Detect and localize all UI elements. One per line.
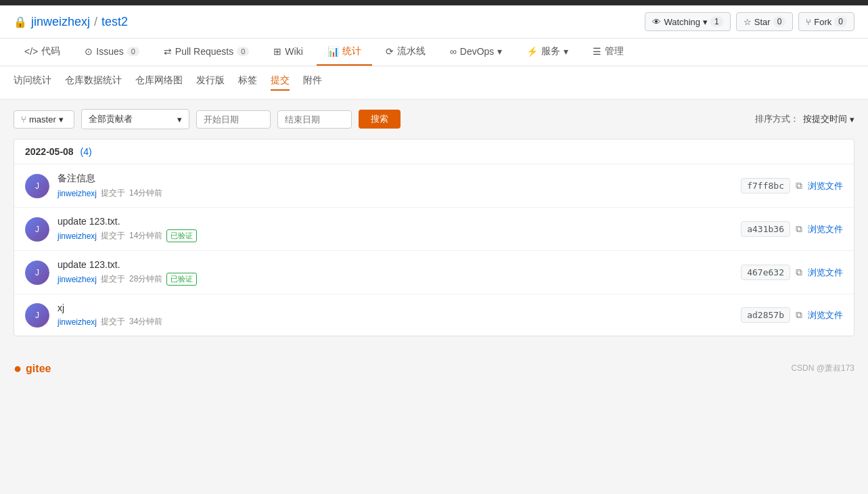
tab-pipeline-label: 流水线 xyxy=(397,45,426,58)
commit-meta: jinweizhexj 提交于 28分钟前 已验证 xyxy=(58,273,733,286)
commit-actions: ad2857b ⧉ 浏览文件 xyxy=(741,307,843,323)
watching-label: Watching xyxy=(664,17,700,27)
eye-icon: 👁 xyxy=(652,17,661,27)
tab-service-label: 服务 xyxy=(541,45,560,58)
tab-issues[interactable]: ⊙ Issues 0 xyxy=(74,39,150,66)
subnav-visit[interactable]: 访问统计 xyxy=(14,74,51,91)
commit-message: xj xyxy=(58,302,733,313)
start-date-input[interactable] xyxy=(196,110,271,129)
star-button[interactable]: ☆ Star 0 xyxy=(736,12,794,31)
footer-credit: CSDN @萧叔173 xyxy=(791,363,854,374)
tab-manage[interactable]: ☰ 管理 xyxy=(582,39,635,66)
pulls-icon: ⇄ xyxy=(164,46,172,57)
pulls-badge: 0 xyxy=(237,47,249,56)
subnav-repo-stats[interactable]: 仓库数据统计 xyxy=(65,74,122,91)
tab-pipeline[interactable]: ⟳ 流水线 xyxy=(375,39,436,66)
issues-badge: 0 xyxy=(127,47,139,56)
verified-badge: 已验证 xyxy=(166,273,197,286)
tab-manage-label: 管理 xyxy=(605,45,624,58)
commit-verb: 提交于 xyxy=(101,273,125,285)
tab-pulls[interactable]: ⇄ Pull Requests 0 xyxy=(153,39,260,66)
branch-icon: ⑂ xyxy=(21,114,26,125)
end-date-input[interactable] xyxy=(277,110,352,129)
copy-icon[interactable]: ⧉ xyxy=(796,309,802,321)
commit-hash: f7ff8bc xyxy=(741,178,790,194)
service-chevron-icon: ▾ xyxy=(564,46,568,57)
contributor-placeholder: 全部贡献者 xyxy=(89,113,133,125)
subnav-network[interactable]: 仓库网络图 xyxy=(135,74,183,91)
commit-meta: jinweizhexj 提交于 14分钟前 xyxy=(58,187,733,199)
commit-author-link[interactable]: jinweizhexj xyxy=(58,231,97,241)
service-icon: ⚡ xyxy=(526,46,538,57)
copy-icon[interactable]: ⧉ xyxy=(796,223,802,235)
tab-service[interactable]: ⚡ 服务 ▾ xyxy=(516,39,579,66)
browse-file-button[interactable]: 浏览文件 xyxy=(808,309,843,321)
subnav-attachments[interactable]: 附件 xyxy=(303,74,322,91)
issues-icon: ⊙ xyxy=(85,46,93,57)
copy-icon[interactable]: ⧉ xyxy=(796,267,802,278)
commit-item: J xj jinweizhexj 提交于 34分钟前 ad2857b ⧉ 浏览文… xyxy=(14,294,854,336)
commit-actions: a431b36 ⧉ 浏览文件 xyxy=(741,221,843,237)
commit-info: update 123.txt. jinweizhexj 提交于 28分钟前 已验… xyxy=(58,259,733,286)
contributor-select[interactable]: 全部贡献者 ▾ xyxy=(81,109,189,129)
contributor-chevron-icon: ▾ xyxy=(177,114,182,125)
commit-time: 14分钟前 xyxy=(129,187,162,199)
stats-icon: 📊 xyxy=(327,46,339,57)
fork-button[interactable]: ⑂ Fork 0 xyxy=(798,12,854,31)
repo-title: 🔒 jinweizhexj / test2 xyxy=(14,15,128,29)
tab-devops[interactable]: ∞ DevOps ▾ xyxy=(439,39,513,66)
sort-dropdown[interactable]: 按提交时间 ▾ xyxy=(803,113,854,125)
watching-button[interactable]: 👁 Watching ▾ 1 xyxy=(645,12,730,31)
star-count: 0 xyxy=(773,16,786,27)
sort-label: 排序方式： 按提交时间 ▾ xyxy=(755,113,854,125)
commit-item: J 备注信息 jinweizhexj 提交于 14分钟前 f7ff8bc ⧉ 浏… xyxy=(14,164,854,208)
commit-info: 备注信息 jinweizhexj 提交于 14分钟前 xyxy=(58,173,733,199)
browse-file-button[interactable]: 浏览文件 xyxy=(808,267,843,279)
commit-hash: 467e632 xyxy=(741,265,790,280)
commit-item: J update 123.txt. jinweizhexj 提交于 14分钟前 … xyxy=(14,208,854,251)
commit-author-link[interactable]: jinweizhexj xyxy=(58,189,97,198)
tab-code-label: 代码 xyxy=(41,45,60,58)
branch-select[interactable]: ⑂ master ▾ xyxy=(14,110,74,129)
manage-icon: ☰ xyxy=(593,46,601,57)
wiki-icon: ⊞ xyxy=(273,46,281,57)
subnav-releases[interactable]: 发行版 xyxy=(196,74,225,91)
commit-count: (4) xyxy=(81,146,92,157)
tab-wiki[interactable]: ⊞ Wiki xyxy=(262,39,313,66)
subnav-tags[interactable]: 标签 xyxy=(238,74,257,91)
tab-issues-label: Issues xyxy=(96,46,123,57)
fork-icon: ⑂ xyxy=(806,17,811,27)
footer: ● gitee CSDN @萧叔173 xyxy=(0,350,868,387)
commit-author-link[interactable]: jinweizhexj xyxy=(58,275,97,284)
code-icon: </> xyxy=(24,46,38,57)
browse-file-button[interactable]: 浏览文件 xyxy=(808,223,843,235)
avatar-image: J xyxy=(25,261,49,285)
nav-tabs: </> 代码 ⊙ Issues 0 ⇄ Pull Requests 0 ⊞ Wi… xyxy=(0,39,868,66)
devops-chevron-icon: ▾ xyxy=(497,46,502,57)
branch-chevron-icon: ▾ xyxy=(59,114,64,125)
commit-message: 备注信息 xyxy=(58,173,733,185)
search-button[interactable]: 搜索 xyxy=(359,110,401,129)
fork-count: 0 xyxy=(834,16,847,27)
tab-code[interactable]: </> 代码 xyxy=(14,39,71,66)
pipeline-icon: ⟳ xyxy=(386,46,394,57)
commit-time: 14分钟前 xyxy=(129,230,162,242)
subnav-commits[interactable]: 提交 xyxy=(271,74,290,91)
avatar: J xyxy=(25,217,49,242)
tab-stats-label: 统计 xyxy=(342,45,361,58)
commit-meta: jinweizhexj 提交于 14分钟前 已验证 xyxy=(58,229,733,242)
tab-stats[interactable]: 📊 统计 xyxy=(317,39,372,66)
commit-verb: 提交于 xyxy=(101,316,125,328)
browse-file-button[interactable]: 浏览文件 xyxy=(808,180,843,192)
commit-time: 28分钟前 xyxy=(129,273,162,285)
watching-dropdown-icon: ▾ xyxy=(703,17,708,27)
commit-author-link[interactable]: jinweizhexj xyxy=(58,317,97,327)
repo-owner-link[interactable]: jinweizhexj xyxy=(31,15,90,29)
commit-date: 2022-05-08 xyxy=(25,146,74,157)
commit-hash: a431b36 xyxy=(741,221,790,237)
commit-hash: ad2857b xyxy=(741,307,790,323)
commit-meta: jinweizhexj 提交于 34分钟前 xyxy=(58,316,733,328)
repo-name-link[interactable]: test2 xyxy=(101,15,128,29)
copy-icon[interactable]: ⧉ xyxy=(796,180,802,192)
avatar: J xyxy=(25,261,49,285)
